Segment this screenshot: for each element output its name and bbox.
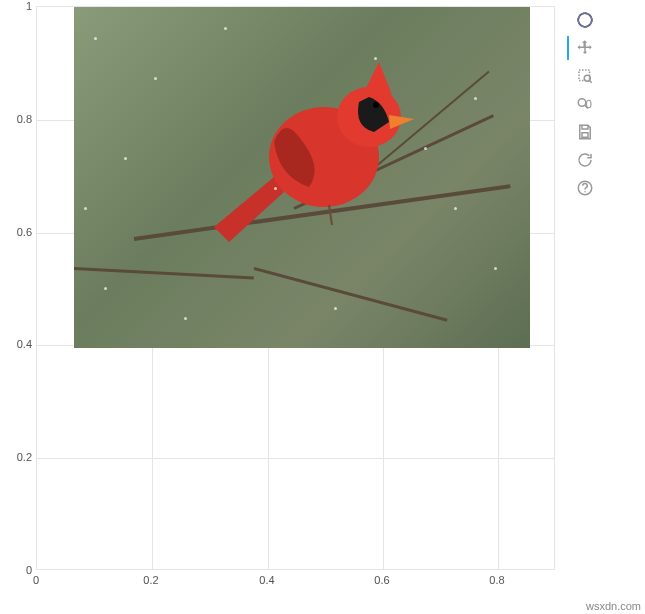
- svg-line-3: [329, 205, 332, 225]
- cardinal-bird: [204, 47, 434, 247]
- y-tick-label: 0: [4, 564, 32, 576]
- box-zoom-icon: [576, 67, 594, 85]
- wheel-zoom-icon: [576, 95, 594, 113]
- y-tick-label: 0.4: [4, 338, 32, 350]
- x-tick-label: 0.8: [489, 574, 504, 586]
- help-tool-button[interactable]: [571, 174, 599, 202]
- wheel-zoom-tool-button[interactable]: [571, 90, 599, 118]
- reset-tool-button[interactable]: [571, 146, 599, 174]
- svg-point-13: [578, 99, 586, 107]
- help-icon: [576, 179, 594, 197]
- svg-point-8: [576, 11, 594, 29]
- save-tool-button[interactable]: [571, 118, 599, 146]
- watermark-text: wsxdn.com: [586, 600, 641, 612]
- x-tick-label: 0: [33, 574, 39, 586]
- plot-area[interactable]: [36, 6, 555, 570]
- image-glyph: [74, 7, 530, 348]
- y-tick-label: 1: [4, 0, 32, 12]
- x-tick-label: 0.4: [259, 574, 274, 586]
- pan-icon: [576, 39, 594, 57]
- bokeh-logo-icon[interactable]: [571, 6, 599, 34]
- box-zoom-tool-button[interactable]: [571, 62, 599, 90]
- svg-point-2: [373, 102, 379, 108]
- svg-line-12: [590, 81, 592, 83]
- save-icon: [576, 123, 594, 141]
- x-tick-label: 0.2: [143, 574, 158, 586]
- pan-tool-button[interactable]: [571, 34, 599, 62]
- y-tick-label: 0.2: [4, 451, 32, 463]
- grid-line: [37, 458, 554, 459]
- svg-point-17: [584, 191, 586, 193]
- y-tick-label: 0.8: [4, 113, 32, 125]
- reset-icon: [576, 151, 594, 169]
- y-tick-label: 0.6: [4, 226, 32, 238]
- x-tick-label: 0.6: [374, 574, 389, 586]
- svg-point-15: [587, 100, 592, 108]
- plot-toolbar: [570, 6, 600, 202]
